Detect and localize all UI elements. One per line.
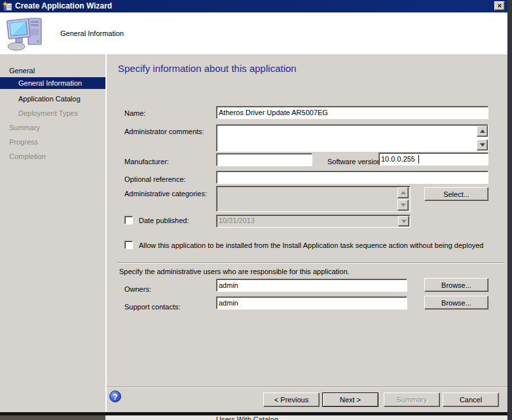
footer-divider (107, 387, 507, 388)
chevron-down-icon (398, 216, 409, 226)
scroll-down-icon[interactable] (477, 139, 488, 150)
page-title: General Information (60, 29, 124, 37)
admin-categories-box (216, 186, 411, 212)
page-heading: Specify information about this applicati… (118, 63, 297, 74)
close-icon[interactable]: ✕ (494, 1, 505, 10)
manufacturer-input[interactable] (216, 153, 312, 166)
sidebar-item-general[interactable]: General (9, 65, 35, 77)
sidebar-item-label: General Information (18, 79, 82, 87)
name-label: Name: (124, 109, 145, 117)
background-window-edge (507, 0, 512, 420)
wizard-header: General Information (0, 12, 507, 54)
allow-install-checkbox[interactable] (124, 241, 133, 249)
summary-button: Summary (384, 393, 440, 407)
background-window-panel (0, 415, 105, 420)
support-contacts-input[interactable] (216, 296, 407, 309)
main-form-panel: Specify information about this applicati… (107, 54, 507, 412)
sidebar-item-summary: Summary (9, 122, 40, 133)
admin-categories-label: Administrative categories: (124, 190, 207, 198)
select-button[interactable]: Select... (424, 187, 488, 201)
optional-reference-label: Optional reference: (124, 175, 186, 183)
sidebar-item-progress: Progress (9, 136, 38, 148)
optional-reference-input[interactable] (216, 171, 488, 184)
scroll-down-icon (397, 200, 409, 211)
wizard-nav-sidebar: General General Information Application … (0, 54, 105, 412)
scroll-up-icon (397, 187, 409, 198)
cancel-button[interactable]: Cancel (443, 393, 499, 407)
sidebar-item-application-catalog[interactable]: Application Catalog (18, 93, 81, 105)
admin-comments-scrollbar[interactable] (477, 126, 488, 150)
sidebar-item-deployment-types: Deployment Types (18, 107, 78, 119)
computer-icon (7, 15, 45, 52)
software-version-label: Software version: (327, 158, 383, 166)
previous-button[interactable]: < Previous (263, 393, 320, 407)
background-clipped-text: Users With Catalog (216, 415, 278, 420)
next-button[interactable]: Next > (322, 393, 378, 407)
support-contacts-browse-button[interactable]: Browse... (424, 296, 488, 309)
owners-browse-button[interactable]: Browse... (424, 278, 488, 292)
scroll-up-icon[interactable] (477, 126, 488, 137)
owners-label: Owners: (124, 285, 151, 293)
admin-categories-scrollbar (397, 187, 409, 211)
manufacturer-label: Manufacturer: (124, 158, 169, 166)
help-question-icon[interactable]: ? (109, 391, 121, 402)
text-caret (418, 155, 419, 164)
window-title: Create Application Wizard (15, 1, 112, 10)
date-published-label: Date published: (139, 217, 189, 224)
admin-comments-label: Administrator comments: (124, 128, 204, 135)
sidebar-item-general-information[interactable]: General Information (0, 77, 105, 89)
date-published-combo: 10/31/2013 (216, 215, 411, 228)
software-version-input[interactable] (378, 152, 488, 166)
create-application-wizard-dialog: Create Application Wizard ✕ General Info… (0, 0, 512, 420)
support-contacts-label: Support contacts: (124, 303, 181, 311)
date-published-value: 10/31/2013 (219, 217, 255, 224)
titlebar[interactable]: Create Application Wizard ✕ (0, 0, 507, 12)
admin-users-note: Specify the administrative users who are… (119, 268, 350, 275)
admin-comments-input[interactable] (216, 124, 488, 152)
name-input[interactable] (216, 106, 488, 119)
section-divider (118, 262, 504, 264)
wizard-icon (3, 1, 12, 11)
date-published-checkbox[interactable] (124, 216, 133, 224)
owners-input[interactable] (216, 279, 407, 292)
allow-install-label: Allow this application to be installed f… (139, 241, 484, 249)
background-window-strip: Users With Catalog (0, 415, 507, 420)
sidebar-item-completion: Completion (9, 150, 46, 162)
